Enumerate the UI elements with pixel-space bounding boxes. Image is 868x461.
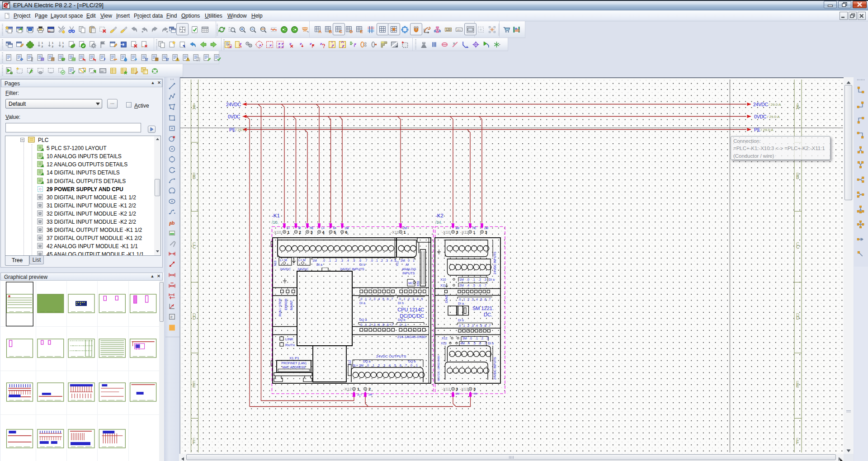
- svg-text:1: 1: [413, 259, 415, 262]
- svg-text:1: 1: [357, 387, 359, 391]
- svg-text:-X10: -X10: [273, 230, 281, 235]
- svg-text:DQ a: DQ a: [359, 318, 367, 322]
- svg-text:5: 5: [334, 230, 336, 235]
- svg-text:.5: .5: [382, 297, 384, 301]
- svg-text:.0: .0: [469, 337, 472, 340]
- svg-text:B: B: [796, 172, 799, 177]
- svg-text:.2: .2: [467, 298, 469, 301]
- svg-text:.0: .0: [458, 324, 461, 327]
- svg-text:C: C: [796, 242, 799, 247]
- svg-text:/ 29.0:A: / 29.0:A: [767, 115, 780, 119]
- svg-text:.6: .6: [478, 284, 481, 287]
- svg-text:6ES7221-1BH32-0XB0: 6ES7221-1BH32-0XB0: [437, 355, 440, 381]
- svg-text:LINK: LINK: [285, 337, 293, 341]
- svg-text:.5: .5: [480, 298, 482, 301]
- svg-text:F: F: [193, 437, 195, 442]
- svg-text:.2: .2: [467, 324, 469, 327]
- svg-text:.3: .3: [484, 278, 486, 281]
- svg-text:.1: .1: [472, 278, 475, 281]
- svg-text:.1: .1: [372, 364, 374, 367]
- svg-text:.1: .1: [403, 297, 406, 301]
- svg-text:.0: .0: [458, 298, 461, 301]
- svg-text:/10.: /10.: [272, 220, 278, 225]
- svg-text:-X11: -X11: [460, 230, 468, 235]
- svg-text:B: B: [329, 29, 332, 33]
- svg-text:.5: .5: [420, 297, 423, 301]
- svg-text:.6: .6: [359, 259, 361, 262]
- svg-text:.6: .6: [484, 324, 486, 327]
- svg-text:X11: X11: [440, 284, 446, 287]
- svg-text:E: E: [796, 381, 799, 386]
- svg-text:DI b: DI b: [458, 319, 464, 322]
- svg-text:.7: .7: [390, 297, 393, 301]
- svg-text:3: 3: [311, 230, 313, 235]
- svg-text:0VDC: 0VDC: [228, 114, 241, 119]
- svg-text:-X13: -X13: [460, 387, 468, 391]
- svg-text:DI a.: DI a.: [458, 302, 465, 305]
- svg-text:.6: .6: [386, 323, 389, 326]
- svg-text:RUN / STOP: RUN / STOP: [278, 298, 282, 316]
- svg-text:2: 2: [299, 230, 301, 235]
- svg-text:.2: .2: [377, 364, 380, 367]
- svg-text:0: 0: [408, 259, 410, 262]
- svg-text:24VDC: 24VDC: [280, 267, 291, 271]
- svg-text:.2: .2: [481, 337, 483, 340]
- svg-text:X11: X11: [396, 261, 399, 266]
- svg-text:A: A: [318, 29, 321, 33]
- svg-text:.3: .3: [385, 259, 388, 262]
- svg-text:D: D: [796, 313, 799, 318]
- svg-text:3: 3: [473, 387, 476, 391]
- svg-text:.0: .0: [370, 259, 373, 262]
- svg-text:C: C: [193, 242, 196, 247]
- svg-text:2M: 2M: [401, 259, 405, 262]
- svg-text:DIAG: DIAG: [445, 295, 448, 303]
- svg-text:1: 1: [288, 230, 290, 235]
- svg-text:.7: .7: [484, 284, 486, 287]
- svg-text:4M: 4M: [460, 342, 465, 345]
- svg-text:.5: .5: [480, 324, 482, 327]
- svg-text:ab: ab: [169, 220, 175, 225]
- svg-text:.4: .4: [475, 324, 478, 327]
- svg-text:.4: .4: [416, 297, 419, 301]
- svg-text:.3: .3: [340, 259, 343, 262]
- svg-text:.2: .2: [368, 297, 371, 301]
- svg-text:MAC ADDRESS: MAC ADDRESS: [283, 366, 306, 369]
- svg-text:L+ M: L+ M: [298, 259, 306, 262]
- svg-text:/ 29.0:A: / 29.0:A: [769, 103, 781, 107]
- svg-text:3: 3: [456, 387, 458, 391]
- svg-text:DI b: DI b: [488, 342, 494, 345]
- svg-text:e: e: [170, 315, 172, 320]
- svg-text:3M: 3M: [462, 337, 467, 340]
- svg-text:.7: .7: [404, 364, 407, 367]
- svg-text:-X10: -X10: [442, 230, 450, 235]
- svg-text:CPU 1214C: CPU 1214C: [397, 307, 424, 312]
- svg-text:-X12: -X12: [343, 387, 352, 391]
- svg-text:/ 29.0:A: / 29.0:A: [761, 128, 774, 132]
- svg-text:-X11: -X11: [391, 230, 399, 235]
- svg-text:A: A: [796, 103, 799, 108]
- svg-text:DC.: DC.: [484, 312, 492, 317]
- svg-text:D: D: [349, 29, 353, 33]
- svg-text:INPUTS: INPUTS: [402, 271, 415, 275]
- svg-text:DI a: DI a: [316, 263, 322, 266]
- svg-text:.5: .5: [472, 284, 475, 287]
- svg-text:.3: .3: [373, 323, 376, 326]
- svg-text:24VDC INPUTS: 24VDC INPUTS: [493, 251, 496, 274]
- svg-text:.1: .1: [364, 297, 367, 301]
- svg-text:.0: .0: [360, 323, 363, 326]
- svg-text:3L+: 3L+: [353, 364, 358, 367]
- svg-text:.1: .1: [415, 364, 418, 367]
- svg-text:ERROR: ERROR: [284, 299, 288, 310]
- svg-text:PE: PE: [229, 127, 236, 132]
- svg-text:.3: .3: [373, 297, 376, 301]
- svg-text:1M: 1M: [459, 278, 464, 281]
- svg-text:.7: .7: [488, 324, 491, 327]
- svg-text:X50: X50: [416, 281, 420, 287]
- svg-text:0VDC: 0VDC: [754, 114, 767, 119]
- svg-text:X10: X10: [440, 278, 446, 281]
- svg-text:.0: .0: [360, 297, 363, 301]
- svg-text:X12: X12: [348, 360, 351, 366]
- svg-text:AI: AI: [406, 263, 409, 266]
- svg-text:.0: .0: [322, 259, 325, 262]
- svg-text:3: 3: [485, 230, 487, 235]
